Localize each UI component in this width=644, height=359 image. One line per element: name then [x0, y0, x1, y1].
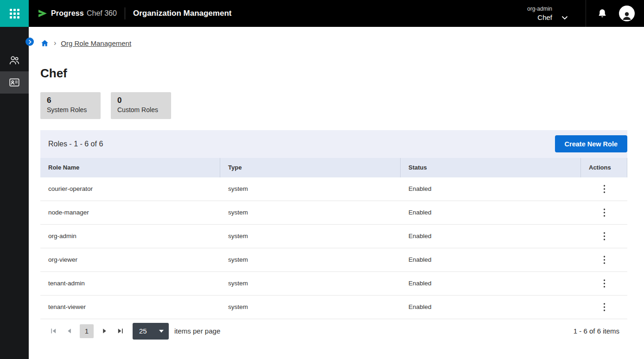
cell-status: Enabled — [401, 248, 581, 271]
progress-logo-icon — [37, 8, 48, 19]
breadcrumb-home-link[interactable] — [40, 39, 49, 48]
notifications-button[interactable] — [597, 8, 607, 19]
brand-logo: Progress Chef 360 — [37, 8, 117, 19]
left-sidebar — [0, 27, 29, 359]
pagination-summary: 1 - 6 of 6 items — [574, 327, 619, 335]
cell-role-name: org-viewer — [40, 248, 220, 271]
stat-label: Custom Roles — [117, 106, 165, 113]
cell-type: system — [220, 201, 401, 224]
column-header-status[interactable]: Status — [401, 158, 581, 177]
stat-card-custom-roles[interactable]: 0 Custom Roles — [111, 92, 171, 119]
cell-role-name: tenant-admin — [40, 272, 220, 295]
row-actions-menu-button[interactable] — [599, 276, 610, 291]
cell-type: system — [220, 248, 401, 271]
pagination-bar: 1 25 items per page 1 - 6 of — [40, 319, 627, 343]
cell-actions — [581, 177, 627, 201]
notifications-bell-icon — [597, 8, 607, 19]
column-header-actions: Actions — [581, 158, 627, 177]
page-size-select[interactable]: 25 — [133, 323, 169, 340]
cell-role-name: node-manager — [40, 201, 220, 224]
cell-type: system — [220, 272, 401, 295]
roles-badge-icon — [8, 76, 20, 88]
header-separator — [586, 0, 586, 27]
first-page-button[interactable] — [48, 326, 58, 336]
next-page-icon — [101, 328, 108, 334]
breadcrumb-separator: › — [54, 39, 56, 47]
previous-page-button[interactable] — [64, 326, 74, 336]
cell-status: Enabled — [401, 272, 581, 295]
first-page-icon — [50, 328, 57, 334]
current-page-button[interactable]: 1 — [80, 324, 94, 338]
user-avatar-icon — [621, 10, 632, 21]
stat-value: 6 — [47, 96, 94, 105]
create-new-role-button[interactable]: Create New Role — [555, 135, 627, 152]
last-page-icon — [117, 328, 124, 334]
items-per-page-label: items per page — [174, 327, 220, 335]
sidebar-expand-button[interactable] — [26, 38, 34, 46]
cell-type: system — [220, 225, 401, 248]
users-icon — [8, 54, 20, 66]
stats-row: 6 System Roles 0 Custom Roles — [40, 92, 644, 119]
cell-role-name: courier-operator — [40, 177, 220, 201]
page-size-value: 25 — [139, 327, 147, 335]
stat-label: System Roles — [47, 106, 94, 113]
row-actions-menu-button[interactable] — [599, 205, 610, 220]
org-switcher-menu[interactable]: org-admin Chef — [527, 6, 568, 21]
cell-actions — [581, 225, 627, 248]
column-header-type[interactable]: Type — [220, 158, 401, 177]
apps-grid-icon — [10, 9, 19, 19]
kebab-menu-icon — [603, 232, 606, 241]
pagination-controls: 1 — [48, 324, 125, 338]
roles-table-card: Roles - 1 - 6 of 6 Create New Role Role … — [40, 130, 627, 343]
last-page-button[interactable] — [115, 326, 125, 336]
previous-page-icon — [66, 328, 73, 334]
user-texts: org-admin Chef — [527, 6, 552, 21]
sidebar-item-org-roles[interactable] — [0, 71, 29, 94]
cell-actions — [581, 201, 627, 224]
table-row: org-admin system Enabled — [40, 225, 627, 248]
sidebar-expand-chevron-icon — [28, 40, 32, 44]
home-icon — [40, 39, 49, 48]
chevron-down-icon — [561, 16, 568, 20]
stat-card-system-roles[interactable]: 6 System Roles — [40, 92, 101, 119]
cell-status: Enabled — [401, 201, 581, 224]
next-page-button[interactable] — [99, 326, 109, 336]
kebab-menu-icon — [603, 302, 606, 312]
table-header-row: Role Name Type Status Actions — [40, 158, 627, 177]
row-actions-menu-button[interactable] — [599, 252, 610, 267]
cell-type: system — [220, 177, 401, 201]
stat-value: 0 — [117, 96, 165, 105]
kebab-menu-icon — [603, 184, 606, 194]
brand-primary-text: Progress — [51, 9, 84, 18]
user-avatar[interactable] — [619, 6, 635, 21]
table-row: node-manager system Enabled — [40, 201, 627, 225]
table-row: tenant-viewer system Enabled — [40, 296, 627, 319]
roles-table-title: Roles - 1 - 6 of 6 — [48, 140, 103, 148]
row-actions-menu-button[interactable] — [599, 182, 610, 196]
breadcrumb-link-org-role-management[interactable]: Org Role Management — [61, 39, 131, 47]
chevron-down-icon — [159, 330, 164, 333]
cell-role-name: org-admin — [40, 225, 220, 248]
row-actions-menu-button[interactable] — [599, 300, 610, 315]
sidebar-item-users[interactable] — [0, 49, 29, 71]
cell-actions — [581, 272, 627, 295]
cell-status: Enabled — [401, 177, 581, 201]
apps-grid-button[interactable] — [0, 0, 29, 27]
row-actions-menu-button[interactable] — [599, 229, 610, 244]
table-row: tenant-admin system Enabled — [40, 272, 627, 296]
kebab-menu-icon — [603, 279, 606, 288]
main-content: › Org Role Management Chef 6 System Role… — [29, 27, 644, 359]
table-row: courier-operator system Enabled — [40, 177, 627, 201]
page-header-title: Organization Management — [133, 9, 232, 18]
cell-role-name: tenant-viewer — [40, 296, 220, 319]
column-header-role-name[interactable]: Role Name — [40, 158, 220, 177]
user-role-label: org-admin — [527, 6, 552, 12]
page-title: Chef — [40, 67, 644, 80]
brand-secondary-text: Chef 360 — [87, 9, 117, 18]
breadcrumb: › Org Role Management — [40, 38, 644, 48]
kebab-menu-icon — [603, 208, 606, 217]
cell-actions — [581, 248, 627, 271]
table-row: org-viewer system Enabled — [40, 248, 627, 272]
user-org-label: Chef — [537, 13, 552, 21]
cell-status: Enabled — [401, 296, 581, 319]
